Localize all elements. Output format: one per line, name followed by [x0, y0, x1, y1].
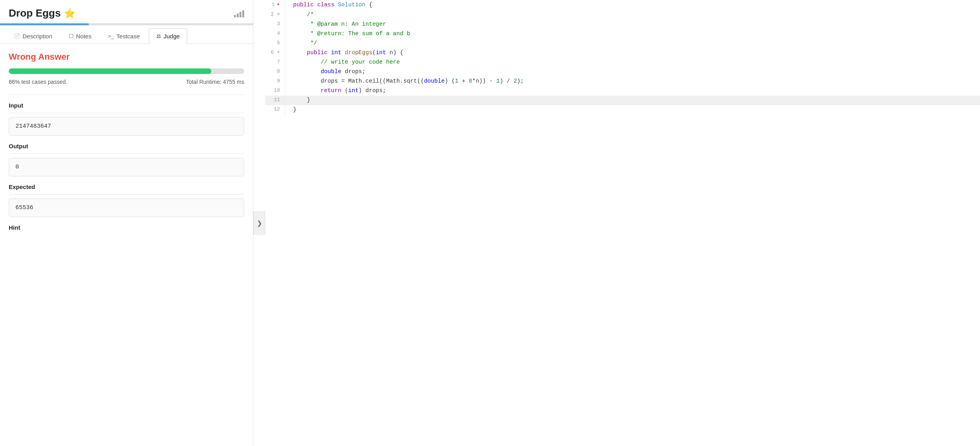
- expected-value-box: 65536: [9, 198, 244, 217]
- line-num-1: 1 •: [265, 0, 285, 10]
- code-line-7: 7 // write your code here: [265, 58, 980, 67]
- code-line-2: 2 ▼ /*: [265, 10, 980, 20]
- divider-input-top: [9, 113, 244, 113]
- code-content-6: public int dropEggs(int n) {: [285, 48, 980, 58]
- description-icon: 📄: [14, 33, 20, 39]
- tab-notes[interactable]: ☐ Notes: [61, 28, 99, 43]
- input-value-box: 2147483647: [9, 117, 244, 136]
- code-area[interactable]: 1 • public class Solution { 2 ▼ /* 3 * @…: [265, 0, 980, 446]
- title-text: Drop Eggs: [9, 7, 61, 19]
- input-label: Input: [9, 102, 244, 109]
- wrong-answer-status: Wrong Answer: [9, 52, 244, 62]
- code-content-4: * @return: The sum of a and b: [285, 29, 980, 39]
- line-num-8: 8: [265, 67, 285, 77]
- tab-description-label: Description: [23, 33, 52, 40]
- left-panel: Drop Eggs ⭐ 📄 Description ☐ Notes >_ Tes…: [0, 0, 253, 446]
- code-line-10: 10 return (int) drops;: [265, 86, 980, 96]
- notes-icon: ☐: [69, 33, 74, 39]
- star-icon[interactable]: ⭐: [64, 8, 76, 19]
- signal-bar-4: [242, 10, 244, 17]
- line-num-4: 4: [265, 29, 285, 39]
- code-line-1: 1 • public class Solution {: [265, 0, 980, 10]
- problem-header: Drop Eggs ⭐: [0, 0, 253, 23]
- signal-icon: [234, 9, 244, 17]
- code-line-11: 11 }: [265, 96, 980, 105]
- code-content-11: }: [285, 96, 980, 105]
- code-line-5: 5 */: [265, 39, 980, 48]
- code-line-4: 4 * @return: The sum of a and b: [265, 29, 980, 39]
- test-cases-passed: 86% test cases passed.: [9, 79, 67, 85]
- tab-judge[interactable]: ⚖ Judge: [149, 28, 187, 44]
- tabs: 📄 Description ☐ Notes >_ Testcase ⚖ Judg…: [0, 25, 253, 44]
- result-progress-fill: [9, 68, 211, 74]
- code-line-6: 6 ▼ public int dropEggs(int n) {: [265, 48, 980, 58]
- line-num-11: 11: [265, 96, 285, 105]
- code-line-9: 9 drops = Math.ceil((Math.sqrt((double) …: [265, 77, 980, 86]
- divider-output-top: [9, 153, 244, 154]
- code-line-12: 12 }: [265, 105, 980, 115]
- output-value-box: 0: [9, 158, 244, 176]
- code-line-3: 3 * @param n: An integer: [265, 20, 980, 29]
- line-num-7: 7: [265, 58, 285, 67]
- tab-testcase[interactable]: >_ Testcase: [101, 28, 147, 43]
- code-content-9: drops = Math.ceil((Math.sqrt((double) (1…: [285, 77, 980, 86]
- signal-bar-2: [237, 13, 239, 17]
- tab-description[interactable]: 📄 Description: [6, 28, 60, 43]
- code-content-8: double drops;: [285, 67, 980, 77]
- line-num-10: 10: [265, 86, 285, 96]
- tab-testcase-label: Testcase: [116, 33, 140, 40]
- expected-label: Expected: [9, 183, 244, 190]
- result-progress-bar: [9, 68, 244, 74]
- hint-label: Hint: [9, 224, 244, 231]
- problem-title: Drop Eggs ⭐: [9, 7, 76, 19]
- code-table: 1 • public class Solution { 2 ▼ /* 3 * @…: [265, 0, 980, 115]
- line-num-2: 2 ▼: [265, 10, 285, 20]
- signal-bar-1: [234, 15, 236, 17]
- code-content-1: public class Solution {: [285, 0, 980, 10]
- code-content-3: * @param n: An integer: [285, 20, 980, 29]
- tab-notes-label: Notes: [76, 33, 91, 40]
- line-num-5: 5: [265, 39, 285, 48]
- collapse-toggle[interactable]: ❯: [253, 211, 265, 235]
- code-content-10: return (int) drops;: [285, 86, 980, 96]
- tab-judge-label: Judge: [163, 33, 180, 40]
- line-num-9: 9: [265, 77, 285, 86]
- line-num-6: 6 ▼: [265, 48, 285, 58]
- judge-icon: ⚖: [156, 33, 161, 39]
- code-line-8: 8 double drops;: [265, 67, 980, 77]
- code-content-5: */: [285, 39, 980, 48]
- code-content-2: /*: [285, 10, 980, 20]
- total-runtime: Total Runtime: 4755 ms: [186, 79, 244, 85]
- collapse-icon: ❯: [257, 219, 262, 227]
- testcase-icon: >_: [108, 33, 114, 39]
- divider-1: [9, 94, 244, 95]
- right-panel: 1 • public class Solution { 2 ▼ /* 3 * @…: [265, 0, 980, 446]
- output-label: Output: [9, 143, 244, 149]
- code-content-12: }: [285, 105, 980, 115]
- judge-content: Wrong Answer 86% test cases passed. Tota…: [0, 44, 253, 239]
- signal-bar-3: [239, 12, 241, 17]
- divider-expected-top: [9, 194, 244, 195]
- result-stats: 86% test cases passed. Total Runtime: 47…: [9, 79, 244, 85]
- line-num-12: 12: [265, 105, 285, 115]
- line-num-3: 3: [265, 20, 285, 29]
- code-content-7: // write your code here: [285, 58, 980, 67]
